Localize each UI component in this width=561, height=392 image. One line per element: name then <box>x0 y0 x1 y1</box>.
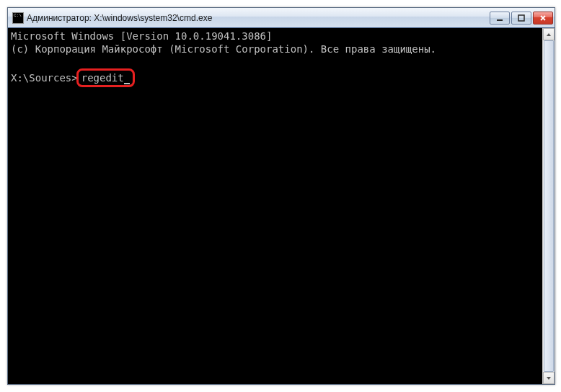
prompt-text: X:\Sources> <box>11 71 78 84</box>
chevron-up-icon <box>546 32 552 37</box>
minimize-icon <box>496 14 503 22</box>
scroll-up-button[interactable] <box>543 28 555 40</box>
scroll-down-button[interactable] <box>543 372 555 384</box>
scroll-thumb[interactable] <box>544 40 554 372</box>
svg-rect-0 <box>497 19 503 21</box>
cmd-icon <box>12 12 24 24</box>
command-text: regedit <box>81 72 124 84</box>
console-body: Microsoft Windows [Version 10.0.19041.30… <box>8 28 555 384</box>
cursor <box>124 83 130 84</box>
window-controls <box>490 12 553 24</box>
window-title: Администратор: X:\windows\system32\cmd.e… <box>27 13 490 23</box>
console-content[interactable]: Microsoft Windows [Version 10.0.19041.30… <box>8 28 542 384</box>
minimize-button[interactable] <box>490 12 510 24</box>
maximize-icon <box>518 14 525 22</box>
chevron-down-icon <box>546 375 552 381</box>
vertical-scrollbar[interactable] <box>542 28 555 384</box>
prompt-line: X:\Sources>regedit <box>11 68 539 87</box>
svg-rect-1 <box>518 15 524 21</box>
console-line-2: (c) Корпорация Майкрософт (Microsoft Cor… <box>11 43 436 55</box>
console-line-1: Microsoft Windows [Version 10.0.19041.30… <box>11 30 272 42</box>
titlebar[interactable]: Администратор: X:\windows\system32\cmd.e… <box>8 8 555 28</box>
command-highlight: regedit <box>76 68 135 87</box>
cmd-window: Администратор: X:\windows\system32\cmd.e… <box>7 7 555 385</box>
maximize-button[interactable] <box>511 12 531 24</box>
close-button[interactable] <box>533 12 553 24</box>
close-icon <box>539 14 547 22</box>
scroll-track[interactable] <box>543 40 555 372</box>
